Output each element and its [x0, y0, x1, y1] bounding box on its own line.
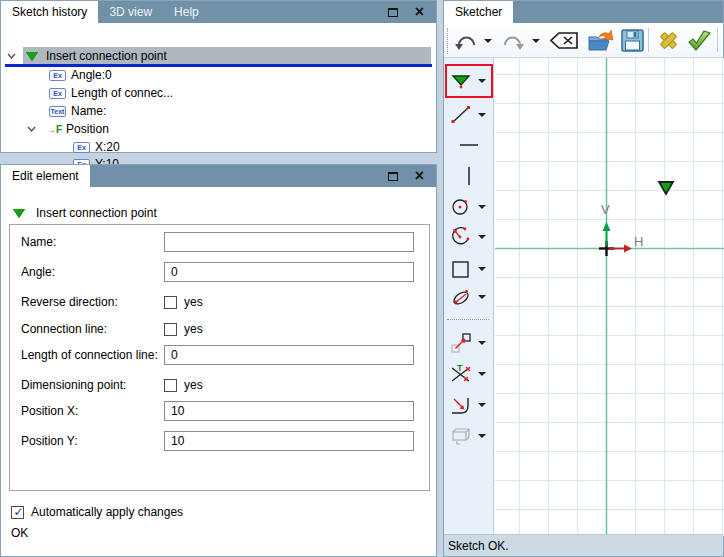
auto-apply-label: Automatically apply changes	[31, 505, 183, 519]
maximize-icon[interactable]	[388, 172, 398, 181]
tool-rectangle[interactable]	[444, 255, 494, 283]
connection-line-checkbox[interactable]	[164, 323, 177, 336]
tree-item-label: Length of connec...	[71, 86, 173, 100]
tool-dropdown-icon[interactable]	[478, 372, 486, 376]
connection-point-icon	[26, 52, 38, 61]
edit-header-label: Insert connection point	[36, 206, 157, 220]
sketch-history-tree: Insert connection point Ex Angle:0 Ex Le…	[1, 23, 436, 152]
tool-dropdown-icon[interactable]	[478, 79, 486, 83]
tool-fillet[interactable]	[444, 391, 494, 419]
angle-field[interactable]	[164, 262, 414, 282]
sketcher-status-text: Sketch OK.	[448, 539, 509, 553]
save-sketch-button[interactable]	[618, 27, 646, 54]
toolbar-separator	[648, 28, 649, 52]
rectangle-icon	[449, 257, 473, 281]
close-icon[interactable]: ×	[415, 7, 424, 17]
maximize-icon[interactable]	[388, 8, 398, 17]
tab-sketch-history[interactable]: Sketch history	[1, 1, 98, 23]
tool-trim-element[interactable]: T	[444, 360, 494, 388]
ellipse-icon	[449, 285, 473, 309]
toolbar-separator	[717, 28, 718, 52]
auto-apply-row: Automatically apply changes	[11, 504, 183, 520]
tool-dropdown-icon[interactable]	[478, 434, 486, 438]
tool-insert-connection-point[interactable]	[444, 67, 494, 95]
line-icon	[449, 103, 473, 127]
tool-vertical-line[interactable]	[444, 162, 494, 190]
tree-item-label: Name:	[71, 104, 106, 118]
expression-icon: Ex	[49, 88, 66, 99]
confirm-button[interactable]	[684, 27, 714, 54]
tool-line[interactable]	[444, 101, 494, 129]
connection-line-label: Connection line:	[21, 319, 107, 339]
reverse-direction-checkbox[interactable]	[164, 296, 177, 309]
checkbox-suffix: yes	[184, 322, 203, 336]
chevron-down-icon	[532, 39, 540, 43]
tool-dropdown-icon[interactable]	[478, 403, 486, 407]
redo-menu-button[interactable]	[530, 27, 542, 54]
delete-element-button[interactable]	[548, 27, 580, 54]
tool-dropdown-icon[interactable]	[478, 267, 486, 271]
tool-dropdown-icon[interactable]	[478, 113, 486, 117]
connection-point-icon	[449, 69, 473, 93]
tree-item[interactable]: Ex X:20	[73, 138, 120, 156]
vertical-line-icon	[457, 164, 481, 188]
chevron-down-icon[interactable]	[7, 53, 16, 59]
tool-arc[interactable]	[444, 223, 494, 251]
close-icon[interactable]: ×	[415, 171, 424, 181]
tool-dropdown-icon[interactable]	[478, 235, 486, 239]
chevron-down-icon[interactable]	[27, 126, 36, 132]
cancel-x-icon	[658, 30, 679, 51]
open-sketch-button[interactable]	[585, 27, 615, 54]
tab-help[interactable]: Help	[163, 1, 210, 23]
tool-horizontal-line[interactable]	[444, 131, 494, 159]
tool-dropdown-icon[interactable]	[478, 341, 486, 345]
tree-item[interactable]: Ex Length of connec...	[49, 84, 173, 102]
save-icon	[621, 29, 644, 52]
undo-icon	[455, 32, 477, 50]
folder-open-icon	[587, 29, 614, 52]
svg-text:T: T	[457, 363, 463, 373]
tool-ellipse[interactable]	[444, 283, 494, 311]
sketcher-titlebar: Sketcher	[444, 1, 723, 23]
tool-dropdown-icon[interactable]	[478, 205, 486, 209]
undo-button[interactable]	[454, 27, 478, 54]
tab-edit-element[interactable]: Edit element	[1, 165, 90, 187]
length-field[interactable]	[164, 345, 414, 365]
tree-item-label: Angle:0	[71, 68, 112, 82]
cancel-button[interactable]	[655, 27, 681, 54]
redo-button[interactable]	[501, 27, 525, 54]
connection-point-icon	[13, 209, 25, 218]
tree-item-root[interactable]: Insert connection point	[7, 47, 167, 65]
circle-icon	[449, 195, 473, 219]
redo-icon	[502, 32, 524, 50]
sketcher-toolbar	[444, 23, 723, 58]
tree-item[interactable]: Text Name:	[49, 102, 106, 120]
sketcher-panel: Sketcher	[443, 0, 724, 557]
tab-sketcher[interactable]: Sketcher	[444, 1, 513, 23]
tree-item-label: Position	[66, 122, 109, 136]
tool-dropdown-icon[interactable]	[478, 295, 486, 299]
tab-3d-view[interactable]: 3D view	[98, 1, 163, 23]
auto-apply-checkbox[interactable]	[11, 506, 24, 519]
chevron-down-icon	[484, 39, 492, 43]
arc-icon	[449, 225, 473, 249]
tool-circle[interactable]	[444, 193, 494, 221]
name-field[interactable]	[164, 232, 414, 252]
position-x-field[interactable]	[164, 401, 414, 421]
position-y-field[interactable]	[164, 431, 414, 451]
tool-move-element[interactable]	[444, 329, 494, 357]
undo-menu-button[interactable]	[482, 27, 494, 54]
edit-status-text: OK	[11, 526, 28, 540]
v-axis-label: V	[601, 202, 610, 217]
tree-item-label: X:20	[95, 140, 120, 154]
canvas-graphics	[495, 58, 724, 536]
toolstrip-separator	[447, 319, 489, 320]
dimensioning-point-checkbox[interactable]	[164, 379, 177, 392]
length-label: Length of connection line:	[21, 345, 158, 365]
tree-item-label: Insert connection point	[46, 49, 167, 63]
tool-process-sketch[interactable]	[444, 422, 494, 450]
sketch-canvas[interactable]: V H	[495, 58, 724, 536]
tree-item-position[interactable]: →F Position	[27, 120, 109, 138]
tree-item[interactable]: Ex Angle:0	[49, 66, 112, 84]
toolbar-grip[interactable]	[447, 28, 448, 54]
